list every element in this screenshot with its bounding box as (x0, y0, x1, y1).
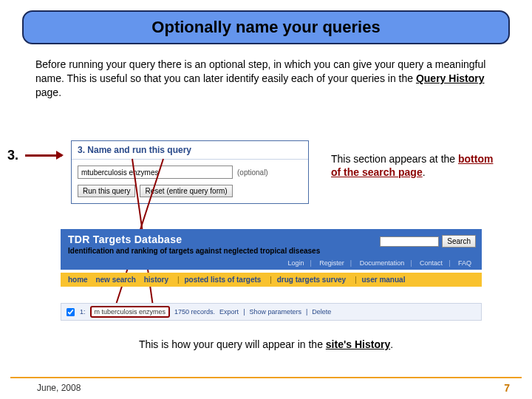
row-index: 1: (80, 308, 86, 316)
note-post: . (423, 166, 426, 178)
nav-drug-survey[interactable]: drug targets survey (277, 276, 346, 284)
panel-header: 3. Name and run this query (72, 141, 308, 160)
row-count: 1750 records. (174, 308, 215, 316)
footer: June, 2008 7 (0, 377, 532, 399)
step-number: 3. (7, 148, 18, 163)
intro-text: Before running your query there is an op… (35, 58, 497, 100)
site-screenshot: TDR Targets Database Identification and … (61, 229, 482, 321)
name-query-panel: 3. Name and run this query (optional) Ru… (71, 140, 309, 204)
arrow-icon (25, 154, 62, 157)
site-nav: home new search history| posted lists of… (61, 273, 482, 287)
row-show-params[interactable]: Show parameters (249, 308, 301, 316)
site-search-input[interactable] (380, 236, 439, 247)
row-query-name: m tuberculosis enzymes (90, 306, 171, 318)
link-documentation[interactable]: Documentation (360, 259, 405, 267)
caption-pre: This is how your query will appear in th… (139, 338, 326, 350)
row-export[interactable]: Export (219, 308, 239, 316)
query-name-input[interactable] (78, 166, 233, 179)
link-contact[interactable]: Contact (420, 259, 443, 267)
site-search: Search (380, 235, 476, 248)
nav-user-manual[interactable]: user manual (362, 276, 406, 284)
run-query-button[interactable]: Run this query (78, 185, 135, 197)
page-title: Optionally name your queries (24, 18, 508, 37)
optional-label: (optional) (237, 168, 268, 177)
page-number: 7 (504, 382, 510, 394)
link-login[interactable]: Login (287, 259, 304, 267)
caption: This is how your query will appear in th… (0, 338, 532, 350)
footer-date: June, 2008 (37, 383, 81, 393)
nav-new-search[interactable]: new search (95, 276, 135, 284)
site-search-button[interactable]: Search (442, 235, 476, 248)
query-history-link[interactable]: Query History (416, 72, 485, 84)
title-bar: Optionally name your queries (22, 10, 510, 44)
nav-history[interactable]: history (144, 276, 168, 284)
link-faq[interactable]: FAQ (458, 259, 471, 267)
footer-rule (10, 377, 522, 378)
link-register[interactable]: Register (319, 259, 344, 267)
note-pre: This section appears at the (331, 153, 458, 165)
row-delete[interactable]: Delete (312, 308, 331, 316)
intro-post: page. (35, 86, 61, 98)
caption-emphasis: site's History (326, 338, 390, 350)
history-row: 1: m tuberculosis enzymes 1750 records. … (61, 303, 482, 321)
site-subtitle: Identification and ranking of targets ag… (68, 247, 474, 255)
nav-posted-lists[interactable]: posted lists of targets (184, 276, 261, 284)
site-top-links: Login| Register| Documentation| Contact|… (68, 259, 474, 267)
section-note: This section appears at the bottom of th… (331, 152, 501, 179)
nav-home[interactable]: home (68, 276, 88, 284)
caption-post: . (390, 338, 393, 350)
row-checkbox[interactable] (66, 307, 75, 316)
site-header: TDR Targets Database Identification and … (61, 229, 482, 270)
